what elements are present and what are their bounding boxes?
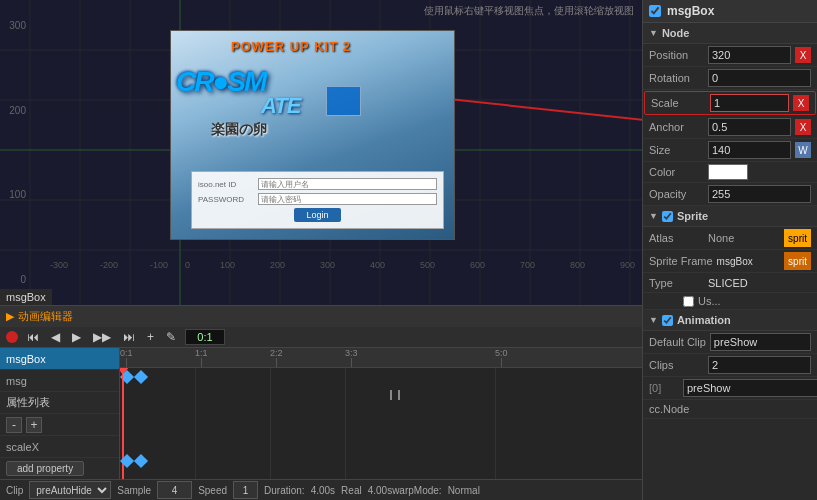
- login-button[interactable]: Login: [294, 208, 340, 222]
- use-checkbox[interactable]: [683, 296, 694, 307]
- color-swatch[interactable]: [708, 164, 748, 180]
- svg-text:400: 400: [370, 260, 385, 270]
- sprite-checkbox[interactable]: [662, 211, 673, 222]
- clips-name-input[interactable]: [683, 379, 817, 397]
- duration-value: 4.00s: [311, 485, 335, 496]
- svg-text:700: 700: [520, 260, 535, 270]
- anchor-input[interactable]: [708, 118, 791, 136]
- speed-label: Speed: [198, 485, 227, 496]
- use-checkbox-row: Us...: [643, 293, 817, 310]
- animation-section-header[interactable]: ▼ Animation: [643, 310, 817, 331]
- real-label: Real: [341, 485, 362, 496]
- timeline-tracks[interactable]: [120, 368, 642, 479]
- svg-text:300: 300: [320, 260, 335, 270]
- track-labels: msgBox msg 属性列表 - + scaleX: [0, 348, 120, 479]
- track-scalex[interactable]: scaleX: [0, 436, 119, 458]
- animation-arrow-icon: ▼: [649, 315, 658, 325]
- add-keyframe-button[interactable]: +: [144, 329, 157, 345]
- clips-count-input[interactable]: [708, 356, 811, 374]
- scale-x-button[interactable]: X: [793, 95, 809, 111]
- node-section-title: Node: [662, 27, 690, 39]
- opacity-label: Opacity: [649, 188, 704, 200]
- duration-label: Duration:: [264, 485, 305, 496]
- edit-button[interactable]: ✎: [163, 329, 179, 345]
- svg-text:800: 800: [570, 260, 585, 270]
- sample-input[interactable]: [157, 481, 192, 499]
- skip-start-button[interactable]: ⏮: [24, 329, 42, 345]
- scalex-keyframe-1[interactable]: [120, 454, 134, 468]
- play-button[interactable]: ▶: [69, 329, 84, 345]
- scale-label: Scale: [651, 97, 706, 109]
- timeline-controls: ⏮ ◀ ▶ ▶▶ ⏭ + ✎ 0:1: [0, 327, 642, 348]
- left-panel: 使用鼠标右键平移视图焦点，使用滚轮缩放视图 300 200 100 0: [0, 0, 642, 500]
- speed-input[interactable]: [233, 481, 258, 499]
- anchor-x-button[interactable]: X: [795, 119, 811, 135]
- type-row: Type SLICED: [643, 273, 817, 293]
- scalex-keyframe-2[interactable]: [134, 454, 148, 468]
- plus-button[interactable]: +: [26, 417, 42, 433]
- timeline-ruler: 0:1 1:1 2:2 3:3: [120, 348, 642, 368]
- default-clip-label: Default Clip: [649, 336, 706, 348]
- color-label: Color: [649, 166, 704, 178]
- track-msg[interactable]: msg: [0, 370, 119, 392]
- add-property-button[interactable]: add property: [6, 461, 84, 476]
- size-label: Size: [649, 144, 704, 156]
- scene-hint: 使用鼠标右键平移视图焦点，使用滚轮缩放视图: [424, 4, 634, 18]
- size-w-button[interactable]: W: [795, 142, 811, 158]
- type-label: Type: [649, 277, 704, 289]
- svg-text:-300: -300: [50, 260, 68, 270]
- scale-input[interactable]: [710, 94, 789, 112]
- bottom-bar: Clip preAutoHide Sample Speed Duration: …: [0, 479, 642, 500]
- sprite-frame-btn[interactable]: sprit: [784, 252, 811, 270]
- login-area: isoo.net ID PASSWORD Login: [191, 171, 444, 229]
- opacity-input[interactable]: [708, 185, 811, 203]
- clips-label: Clips: [649, 359, 704, 371]
- scene-view[interactable]: 使用鼠标右键平移视图焦点，使用滚轮缩放视图 300 200 100 0: [0, 0, 642, 305]
- clip-select[interactable]: preAutoHide: [29, 481, 111, 499]
- login-id-label: isoo.net ID: [198, 180, 258, 189]
- keyframe-2[interactable]: [134, 370, 148, 384]
- cc-node-label: cc.Node: [649, 403, 689, 415]
- msgbox-checkbox[interactable]: [649, 5, 661, 17]
- anchor-row: Anchor X: [643, 116, 817, 139]
- keyframe-1[interactable]: [120, 370, 134, 384]
- anchor-label: Anchor: [649, 121, 704, 133]
- scalex-keyframes: [122, 456, 144, 466]
- step-fwd-button[interactable]: ▶▶: [90, 329, 114, 345]
- record-button[interactable]: [6, 331, 18, 343]
- atlas-sprite-button[interactable]: sprit: [784, 229, 811, 247]
- msgbox-bottom-label: msgBox: [0, 289, 52, 305]
- svg-text:200: 200: [270, 260, 285, 270]
- atlas-label: Atlas: [649, 232, 704, 244]
- default-clip-input[interactable]: [710, 333, 811, 351]
- size-input[interactable]: [708, 141, 791, 159]
- blue-box-node[interactable]: [326, 86, 361, 116]
- svg-text:900: 900: [620, 260, 635, 270]
- prop-title: msgBox: [667, 4, 714, 18]
- position-x-button[interactable]: X: [795, 47, 811, 63]
- svg-text:500: 500: [420, 260, 435, 270]
- default-clip-row: Default Clip: [643, 331, 817, 354]
- node-arrow-icon: ▼: [649, 28, 658, 38]
- minus-button[interactable]: -: [6, 417, 22, 433]
- node-section-header[interactable]: ▼ Node: [643, 23, 817, 44]
- track-msgbox[interactable]: msgBox: [0, 348, 119, 370]
- clips-index-label: [0]: [649, 382, 679, 394]
- svg-text:0: 0: [185, 260, 190, 270]
- color-row: Color: [643, 162, 817, 183]
- timeline-title: 动画编辑器: [18, 309, 73, 324]
- sprite-frame-label: Sprite Frame: [649, 255, 713, 267]
- timeline-header: ▶ 动画编辑器: [0, 306, 642, 327]
- ruler-mark-0: 0:1: [120, 348, 133, 367]
- animation-checkbox[interactable]: [662, 315, 673, 326]
- rotation-input[interactable]: [708, 69, 811, 87]
- login-pw-input[interactable]: [258, 193, 437, 205]
- login-id-input[interactable]: [258, 178, 437, 190]
- clips-index-row: [0]: [643, 377, 817, 400]
- ruler-mark-3: 3:3: [345, 348, 358, 367]
- skip-end-button[interactable]: ⏭: [120, 329, 138, 345]
- step-back-button[interactable]: ◀: [48, 329, 63, 345]
- clip-label: Clip: [6, 485, 23, 496]
- sprite-section-header[interactable]: ▼ Sprite: [643, 206, 817, 227]
- position-input[interactable]: [708, 46, 791, 64]
